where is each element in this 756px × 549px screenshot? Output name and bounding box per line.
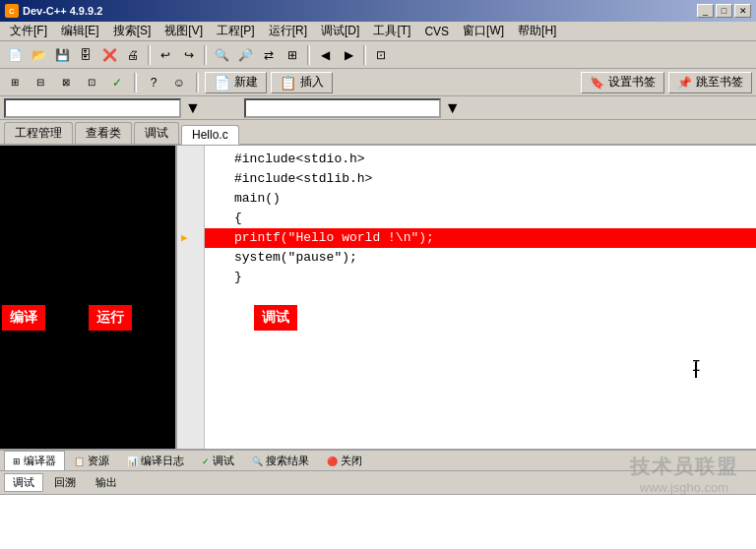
- toolbar-separator-3: [307, 45, 310, 65]
- search-bar: ▼ ▼: [0, 96, 756, 120]
- insert-label-button[interactable]: 📋 插入: [271, 72, 333, 93]
- view-mode-btn-2[interactable]: ⊟: [30, 72, 51, 93]
- view-mode-btn-3[interactable]: ⊠: [55, 72, 77, 93]
- code-text-3: main(): [234, 191, 281, 206]
- code-lines: #include<stdio.h> #include<stdlib.h> mai…: [205, 146, 756, 449]
- code-line-1: #include<stdio.h>: [205, 150, 756, 169]
- open-file-button[interactable]: 📂: [28, 44, 49, 66]
- title-bar: C Dev-C++ 4.9.9.2 _ □ ✕: [0, 0, 756, 22]
- menu-file[interactable]: 文件[F]: [4, 22, 53, 40]
- toolbar-separator-6: [196, 73, 199, 92]
- left-panel: [0, 146, 177, 449]
- toolbar-separator-1: [148, 45, 151, 65]
- code-line-4: {: [205, 209, 756, 228]
- replace-button[interactable]: ⇄: [258, 44, 280, 66]
- close-file-button[interactable]: ❌: [98, 44, 120, 66]
- tab-view-class[interactable]: 查看类: [75, 122, 132, 144]
- bottom-tab-compiler[interactable]: ⊞ 编译器: [4, 451, 65, 470]
- code-text-4: {: [234, 211, 242, 225]
- menu-run[interactable]: 运行[R]: [263, 22, 313, 40]
- unknown-btn-1[interactable]: ⊞: [282, 44, 303, 66]
- nav-back-button[interactable]: ◀: [314, 44, 336, 66]
- menu-debug[interactable]: 调试[D]: [315, 22, 365, 40]
- close-button[interactable]: ✕: [734, 4, 751, 18]
- code-text-1: #include<stdio.h>: [234, 152, 365, 166]
- watermark-text-2: www.jsgho.com: [630, 480, 738, 495]
- redo-button[interactable]: ↪: [178, 44, 200, 66]
- tab-project-manager[interactable]: 工程管理: [4, 122, 73, 144]
- toolbar-row-1: 📄 📂 💾 🗄 ❌ 🖨 ↩ ↪ 🔍 🔎 ⇄ ⊞ ◀ ▶ ⊡: [0, 41, 756, 69]
- maximize-button[interactable]: □: [716, 4, 732, 18]
- check-btn[interactable]: ✓: [106, 72, 128, 93]
- save-all-button[interactable]: 🗄: [75, 44, 96, 66]
- menu-edit[interactable]: 编辑[E]: [55, 22, 105, 40]
- code-line-6: system("pause");: [205, 248, 756, 268]
- question-btn[interactable]: ?: [143, 72, 164, 93]
- sub-tab-output[interactable]: 输出: [87, 473, 126, 492]
- unknown-btn-2[interactable]: ⊡: [370, 44, 392, 66]
- find-next-button[interactable]: 🔎: [234, 44, 256, 66]
- minimize-button[interactable]: _: [697, 4, 714, 18]
- smiley-btn[interactable]: ☺: [168, 72, 190, 93]
- sub-tab-debug[interactable]: 调试: [4, 473, 43, 492]
- app-icon: C: [5, 4, 19, 18]
- class-search-input[interactable]: [4, 98, 181, 118]
- menu-tools[interactable]: 工具[T]: [367, 22, 416, 40]
- tab-hello-c[interactable]: Hello.c: [181, 125, 239, 145]
- function-search-input[interactable]: [244, 98, 441, 118]
- code-text-7: }: [234, 270, 242, 284]
- save-button[interactable]: 💾: [51, 44, 73, 66]
- toolbar-separator-4: [363, 45, 366, 65]
- menu-cvs[interactable]: CVS: [418, 24, 455, 39]
- bottom-tab-compile-log[interactable]: 📊 编译日志: [118, 451, 193, 470]
- menu-window[interactable]: 窗口[W]: [457, 22, 510, 40]
- print-button[interactable]: 🖨: [122, 44, 144, 66]
- code-line-2: #include<stdlib.h>: [205, 169, 756, 189]
- code-text-6: system("pause");: [234, 250, 357, 265]
- main-tab-bar: 工程管理 查看类 调试 Hello.c: [0, 120, 756, 146]
- bottom-tab-search-results[interactable]: 🔍 搜索结果: [243, 451, 318, 470]
- code-line-5: ▶ printf("Hello world !\n");: [205, 228, 756, 248]
- watermark-text-1: 技术员联盟: [630, 454, 738, 480]
- window-controls[interactable]: _ □ ✕: [697, 4, 751, 18]
- view-mode-btn-1[interactable]: ⊞: [4, 72, 26, 93]
- view-mode-btn-4[interactable]: ⊡: [81, 72, 102, 93]
- menu-search[interactable]: 搜索[S]: [107, 22, 158, 40]
- cursor-i: I: [691, 358, 701, 376]
- tab-debug[interactable]: 调试: [134, 122, 179, 144]
- toolbar-separator-5: [134, 73, 137, 92]
- code-editor[interactable]: #include<stdio.h> #include<stdlib.h> mai…: [177, 146, 756, 449]
- dropdown-arrow-1[interactable]: ▼: [185, 99, 201, 117]
- set-bookmark-button[interactable]: 🔖 设置书签: [581, 72, 664, 93]
- code-line-3: main(): [205, 189, 756, 209]
- bottom-tab-resources[interactable]: 📋 资源: [65, 451, 118, 470]
- code-line-7: }: [205, 268, 756, 287]
- menu-help[interactable]: 帮助[H]: [512, 22, 562, 40]
- app-title: Dev-C++ 4.9.9.2: [23, 5, 102, 17]
- menu-bar: 文件[F] 编辑[E] 搜索[S] 视图[V] 工程[P] 运行[R] 调试[D…: [0, 22, 756, 41]
- new-file-label-button[interactable]: 📄 新建: [205, 72, 267, 93]
- code-text-2: #include<stdlib.h>: [234, 171, 372, 186]
- run-annotation: 运行: [89, 305, 132, 331]
- code-text-5: printf("Hello world !\n");: [234, 230, 434, 245]
- bottom-tab-debug[interactable]: ✓ 调试: [193, 451, 243, 470]
- undo-button[interactable]: ↩: [155, 44, 176, 66]
- sub-tab-backtrace[interactable]: 回溯: [45, 473, 85, 492]
- find-button[interactable]: 🔍: [211, 44, 232, 66]
- debug-output-area: [0, 495, 756, 549]
- main-content: #include<stdio.h> #include<stdlib.h> mai…: [0, 146, 756, 451]
- toolbar-row-2: ⊞ ⊟ ⊠ ⊡ ✓ ? ☺ 📄 新建 📋 插入 🔖 设置书签 📌 跳至书签: [0, 69, 756, 96]
- toolbar-separator-2: [204, 45, 207, 65]
- nav-forward-button[interactable]: ▶: [338, 44, 359, 66]
- watermark: 技术员联盟 www.jsgho.com: [630, 454, 738, 495]
- menu-project[interactable]: 工程[P]: [211, 22, 261, 40]
- debug-annotation: 调试: [254, 305, 297, 331]
- compile-annotation: 编译: [2, 305, 45, 331]
- new-file-button[interactable]: 📄: [4, 44, 26, 66]
- arrow-indicator: ▶: [181, 229, 188, 247]
- dropdown-arrow-2[interactable]: ▼: [445, 99, 461, 117]
- left-black-area: [0, 146, 175, 449]
- bottom-tab-close[interactable]: 🔴 关闭: [318, 451, 371, 470]
- goto-bookmark-button[interactable]: 📌 跳至书签: [668, 72, 752, 93]
- menu-view[interactable]: 视图[V]: [158, 22, 209, 40]
